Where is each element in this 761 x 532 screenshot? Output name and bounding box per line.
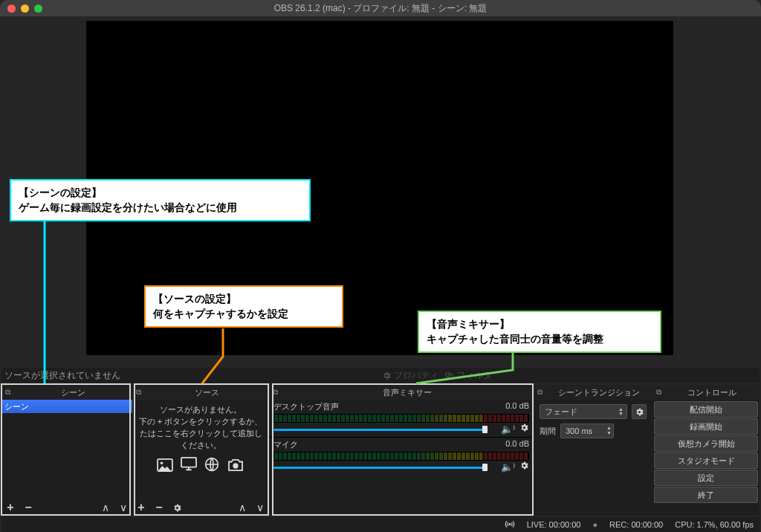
window-title: OBS 26.1.2 (mac) - プロファイル: 無題 - シーン: 無題: [0, 2, 761, 15]
transitions-header[interactable]: ⧉ シーントランジション: [534, 385, 652, 400]
speaker-icon[interactable]: 🔈⁾: [501, 461, 515, 473]
popout-icon[interactable]: ⧉: [534, 388, 545, 397]
sources-empty-line: 下の + ボタンをクリックするか、: [135, 416, 266, 428]
annotation-heading: 【音声ミキサー】: [427, 317, 652, 331]
sources-dock: ⧉ ソース ソースがありません。 下の + ボタンをクリックするか、 たはここを…: [132, 385, 269, 516]
audio-meter: [273, 414, 529, 423]
move-source-up-button[interactable]: ∧: [233, 499, 251, 516]
duration-value: 300 ms: [566, 426, 592, 435]
remove-source-button[interactable]: −: [150, 499, 168, 516]
popout-icon[interactable]: ⧉: [652, 388, 664, 397]
source-type-icons: [135, 456, 266, 478]
move-scene-down-button[interactable]: ∨: [114, 499, 132, 516]
transition-select[interactable]: フェード ▲▼: [540, 404, 627, 419]
transitions-body: フェード ▲▼ 期間 300 ms ▲▼: [534, 400, 652, 516]
move-source-down-button[interactable]: ∨: [251, 499, 269, 516]
spinner-arrows-icon[interactable]: ▲▼: [606, 425, 612, 435]
scenes-list[interactable]: シーン: [1, 400, 132, 499]
track-name: マイク: [273, 439, 298, 450]
sources-title: ソース: [144, 387, 269, 398]
start-recording-button[interactable]: 録画開始: [654, 418, 758, 435]
popout-icon[interactable]: ⧉: [132, 388, 144, 397]
source-properties-button[interactable]: [168, 499, 186, 516]
svg-rect-4: [181, 458, 196, 467]
filters-button[interactable]: フィルタ: [444, 369, 492, 382]
annotation-body: キャプチャした音同士の音量等を調整: [427, 331, 652, 346]
camera-icon: [227, 456, 245, 478]
studio-mode-button[interactable]: スタジオモード: [654, 452, 758, 469]
controls-dock: ⧉ コントロール 配信開始 録画開始 仮想カメラ開始 スタジオモード 設定 終了: [652, 385, 760, 516]
transitions-dock: ⧉ シーントランジション フェード ▲▼ 期間 300 ms ▲▼: [534, 385, 652, 516]
cpu-status: CPU: 1.7%, 60.00 fps: [675, 520, 754, 529]
controls-body: 配信開始 録画開始 仮想カメラ開始 スタジオモード 設定 終了: [652, 400, 760, 516]
annotation-mixer: 【音声ミキサー】 キャプチャした音同士の音量等を調整: [418, 311, 661, 353]
scenes-header[interactable]: ⧉ シーン: [1, 385, 132, 400]
scenes-title: シーン: [13, 387, 132, 398]
popout-icon[interactable]: ⧉: [269, 388, 281, 397]
volume-slider[interactable]: 🔈⁾: [273, 423, 529, 435]
popout-icon[interactable]: ⧉: [1, 388, 13, 397]
rec-indicator-icon: ●: [592, 520, 598, 529]
filter-icon: [444, 371, 454, 380]
sources-empty-line: ください。: [135, 440, 266, 452]
broadcast-indicator-icon: [505, 520, 515, 530]
start-streaming-button[interactable]: 配信開始: [654, 401, 758, 418]
track-settings-button[interactable]: [519, 423, 529, 435]
filters-label: フィルタ: [456, 369, 492, 382]
svg-point-3: [161, 461, 163, 464]
source-info-bar: ソースが選択されていません プロパティ フィルタ: [1, 368, 760, 383]
controls-header[interactable]: ⧉ コントロール: [652, 385, 760, 400]
annotation-heading: 【シーンの設定】: [19, 185, 302, 200]
start-virtualcam-button[interactable]: 仮想カメラ開始: [654, 435, 758, 452]
exit-button[interactable]: 終了: [654, 487, 758, 503]
mixer-dock: ⧉ 音声ミキサー デスクトップ音声 0.0 dB 🔈⁾: [269, 385, 534, 516]
gear-icon: [382, 371, 392, 380]
transition-settings-button[interactable]: [632, 404, 647, 419]
gear-icon: [172, 503, 182, 513]
scene-item[interactable]: シーン: [1, 400, 132, 413]
no-source-selected-label: ソースが選択されていません: [1, 369, 120, 382]
mixer-track: デスクトップ音声 0.0 dB 🔈⁾: [269, 400, 534, 435]
sources-empty-message: ソースがありません。 下の + ボタンをクリックするか、 たはここを右クリックし…: [132, 400, 269, 482]
sources-empty-line: ソースがありません。: [135, 404, 266, 416]
live-status: LIVE: 00:00:00: [527, 520, 581, 529]
select-arrows-icon: ▲▼: [618, 407, 624, 416]
transition-selected-label: フェード: [545, 406, 577, 418]
duration-input[interactable]: 300 ms ▲▼: [560, 424, 614, 438]
add-source-button[interactable]: +: [132, 499, 150, 516]
properties-button[interactable]: プロパティ: [382, 369, 438, 382]
remove-scene-button[interactable]: −: [19, 499, 37, 516]
track-name: デスクトップ音声: [273, 401, 339, 412]
mixer-body: デスクトップ音声 0.0 dB 🔈⁾ マ: [269, 400, 534, 516]
track-level: 0.0 dB: [505, 401, 529, 412]
window-titlebar: OBS 26.1.2 (mac) - プロファイル: 無題 - シーン: 無題: [0, 0, 761, 16]
mixer-track: マイク 0.0 dB 🔈⁾: [269, 438, 534, 473]
scenes-toolbar: + − ∧ ∨: [1, 499, 132, 516]
controls-title: コントロール: [664, 387, 760, 398]
add-scene-button[interactable]: +: [1, 499, 19, 516]
annotation-body: 何をキャプチャするかを設定: [153, 306, 334, 321]
annotation-heading: 【ソースの設定】: [153, 291, 334, 306]
annotation-body: ゲーム毎に録画設定を分けたい場合などに使用: [19, 200, 302, 215]
mixer-header[interactable]: ⧉ 音声ミキサー: [269, 385, 534, 400]
audio-meter: [273, 452, 529, 461]
annotation-sources: 【ソースの設定】 何をキャプチャするかを設定: [144, 285, 343, 328]
volume-slider[interactable]: 🔈⁾: [273, 461, 529, 473]
track-level: 0.0 dB: [505, 439, 529, 450]
move-scene-up-button[interactable]: ∧: [97, 499, 114, 516]
sources-empty-line: たはここを右クリックして追加し: [135, 428, 266, 440]
rec-status: REC: 00:00:00: [609, 520, 663, 529]
image-icon: [157, 456, 173, 478]
speaker-icon[interactable]: 🔈⁾: [501, 424, 515, 435]
track-settings-button[interactable]: [519, 461, 529, 473]
sources-list[interactable]: ソースがありません。 下の + ボタンをクリックするか、 たはここを右クリックし…: [132, 400, 269, 499]
sources-header[interactable]: ⧉ ソース: [132, 385, 269, 400]
mixer-title: 音声ミキサー: [281, 387, 534, 398]
annotation-scenes: 【シーンの設定】 ゲーム毎に録画設定を分けたい場合などに使用: [10, 179, 311, 221]
settings-button[interactable]: 設定: [654, 470, 758, 486]
transitions-title: シーントランジション: [545, 387, 652, 398]
svg-point-6: [233, 463, 238, 468]
globe-icon: [204, 456, 219, 478]
properties-label: プロパティ: [394, 369, 438, 382]
svg-point-7: [509, 523, 511, 525]
